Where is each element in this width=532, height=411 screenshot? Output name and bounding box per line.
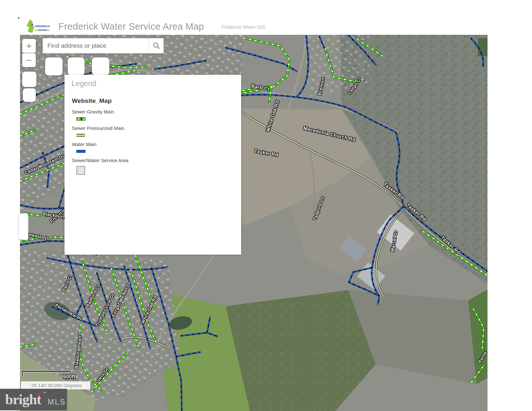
page-subtitle: Frederick Water GIS xyxy=(222,24,265,30)
legend-item-label: Water Main xyxy=(72,142,128,147)
side-panel-handle[interactable] xyxy=(19,213,28,240)
svg-text:FREDERICK: FREDERICK xyxy=(35,25,50,28)
legend-item-label: Sewer Gravity Main xyxy=(72,109,128,114)
legend-item: Water Main xyxy=(72,142,128,153)
search-input[interactable] xyxy=(43,38,149,53)
legend-swatch-water xyxy=(76,150,85,153)
brand-suffix: MLS xyxy=(48,398,66,406)
trademark-symbol: ™ xyxy=(43,391,46,395)
locate-button[interactable] xyxy=(23,88,36,102)
zoom-out-button[interactable]: − xyxy=(22,53,36,67)
legend-item-label: Sewer/Water Service Area xyxy=(72,158,128,163)
search-icon xyxy=(153,42,160,49)
frederick-water-logo: FREDERICK WATER xyxy=(25,19,56,34)
legend-swatch-area xyxy=(76,166,85,175)
toolbar-button-3[interactable] xyxy=(92,57,109,75)
zoom-in-button[interactable]: + xyxy=(22,39,36,53)
legend-item: Sewer Pressurized Main xyxy=(72,125,128,137)
legend-item-label: Sewer Pressurized Main xyxy=(72,125,128,131)
toolbar-button-2[interactable] xyxy=(68,57,84,75)
svg-text:WATER: WATER xyxy=(38,29,47,32)
page-title: Frederick Water Service Area Map xyxy=(58,21,204,32)
legend-swatch-press xyxy=(76,134,85,137)
page: donia Church RdBarb CtWhite Oak RdBrento… xyxy=(0,0,532,411)
legend-title: Legend xyxy=(72,79,96,88)
home-button[interactable] xyxy=(22,72,36,87)
legend-item: Sewer Gravity Main xyxy=(72,109,128,121)
bright-mls-watermark: bright ™ MLS xyxy=(0,389,67,410)
coordinates-readout: -78.140 39.090 Degrees xyxy=(21,381,90,389)
legend-item: Sewer/Water Service Area xyxy=(72,158,128,175)
legend-layer-title: Website_Map xyxy=(72,97,112,104)
brand-name: bright xyxy=(5,391,41,408)
header-bar: FREDERICK WATER Frederick Water Service … xyxy=(0,0,532,35)
maple-leaf-icon xyxy=(36,392,41,396)
search-button[interactable] xyxy=(149,38,163,53)
toolbar-button-1[interactable] xyxy=(45,57,63,75)
tiny-dot xyxy=(18,17,19,19)
scale-label: 600ft xyxy=(63,374,75,380)
search-bar xyxy=(43,38,164,54)
legend-items: Sewer Gravity MainSewer Pressurized Main… xyxy=(72,109,128,180)
legend-swatch-gravity xyxy=(76,117,85,121)
legend-panel: Legend Website_Map Sewer Gravity MainSew… xyxy=(64,75,241,255)
